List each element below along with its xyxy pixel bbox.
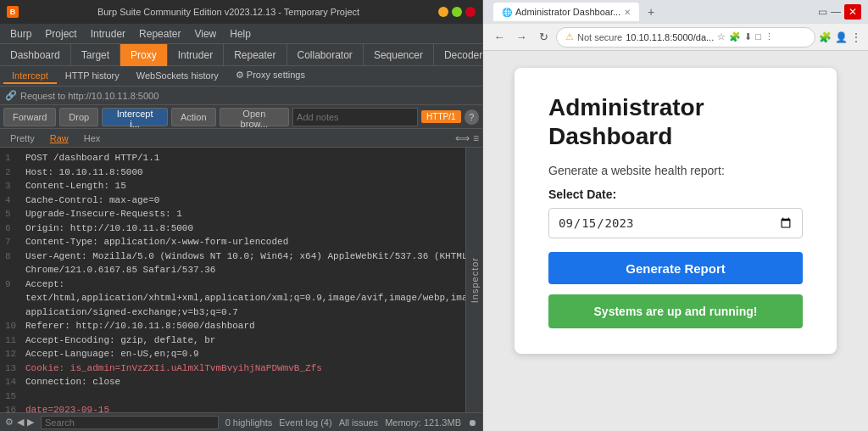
code-section: 1POST /dashboard HTTP/1.1 2Host: 10.10.1… [0,148,465,412]
proxy-tab-bar: Intercept HTTP history WebSockets histor… [0,66,482,87]
add-notes-input[interactable] [292,108,418,126]
view-hex[interactable]: Hex [77,132,108,144]
back-button[interactable]: ← [490,28,509,47]
page-subtitle: Generate a website health report: [548,164,803,177]
inspector-panel[interactable]: Inspector [465,148,482,412]
browser-content: Administrator Dashboard Generate a websi… [483,51,868,431]
restore-icon[interactable]: ▭ [818,6,827,18]
burp-title: Burp Suite Community Edition v2023.12.13… [25,7,431,17]
tab-dashboard[interactable]: Dashboard [0,44,71,66]
more-toolbar-icon[interactable]: ⋮ [851,31,861,43]
tab-proxy-settings[interactable]: ⚙ Proxy settings [227,68,314,84]
settings-icon[interactable]: ⚙ [5,417,14,428]
intercept-button[interactable]: Intercept i... [102,108,168,126]
code-line-13: 13Cookie: is_admin=InVzZXIi.uAlmXlTvmBvy… [5,361,460,376]
code-line-16: 16date=2023-09-15 [5,403,460,412]
help-button[interactable]: ? [465,109,479,125]
code-line-7: 7Content-Type: application/x-www-form-ur… [5,235,460,249]
tab-intruder[interactable]: Intruder [168,44,224,66]
status-icons: ⚙ ◀ ▶ [5,417,34,428]
link-icon: 🔗 [5,90,17,101]
new-tab-button[interactable]: + [643,3,659,20]
word-wrap-icon[interactable]: ⟺ [455,132,470,144]
status-bar: ⚙ ◀ ▶ 0 highlights Event log (4) All iss… [0,412,482,431]
action-button[interactable]: Action [171,108,216,126]
menu-repeater[interactable]: Repeater [132,26,187,42]
profile-toolbar-icon[interactable]: 👤 [835,31,848,43]
forward-button[interactable]: Forward [3,108,56,126]
browser-tab-active[interactable]: 🌐 Administrator Dashboar... ✕ [493,3,639,21]
menu-intruder[interactable]: Intruder [84,26,132,42]
browser-menu-icons: 🧩 👤 ⋮ [819,31,861,43]
code-line-1: 1POST /dashboard HTTP/1.1 [5,151,460,165]
tab-collaborator[interactable]: Collaborator [287,44,364,66]
download-icon[interactable]: ⬇ [744,31,752,42]
menu-burp[interactable]: Burp [3,26,38,42]
security-warning-text: Not secure [577,32,622,42]
tab-proxy[interactable]: Proxy [120,44,168,66]
browser-tab-label: Administrator Dashboar... [515,7,620,17]
tab-close-icon[interactable]: ✕ [624,8,631,17]
bookmark-star-icon[interactable]: ☆ [717,31,726,42]
request-code-area[interactable]: 1POST /dashboard HTTP/1.1 2Host: 10.10.1… [0,148,465,412]
list-icon[interactable]: ≡ [473,132,479,144]
view-pretty[interactable]: Pretty [3,132,42,144]
address-action-icons: ☆ 🧩 ⬇ □ ⋮ [717,31,774,42]
event-log-label: Event log (4) [279,417,331,428]
browser-tabs-row: 🌐 Administrator Dashboar... ✕ + ▭ — ✕ [493,3,861,21]
date-input[interactable] [548,208,803,238]
menu-bar: Burp Project Intruder Repeater View Help [0,24,482,44]
code-line-3: 3Content-Length: 15 [5,179,460,193]
highlights-text: 0 highlights [225,417,273,428]
next-icon[interactable]: ▶ [27,417,34,428]
tab-repeater[interactable]: Repeater [224,44,287,66]
code-line-4: 4Cache-Control: max-age=0 [5,193,460,208]
close-button[interactable] [465,7,476,17]
open-browser-button[interactable]: Open brow... [220,108,290,126]
view-raw[interactable]: Raw [43,132,75,144]
profile-icon[interactable]: □ [755,31,761,42]
browser-minimize-icon[interactable]: — [831,6,841,18]
forward-nav-button[interactable]: → [512,28,531,47]
maximize-button[interactable] [452,7,462,17]
menu-help[interactable]: Help [223,26,258,42]
burp-logo: B [7,6,19,18]
code-line-6: 6Origin: http://10.10.11.8:5000 [5,221,460,236]
browser-title-bar: 🌐 Administrator Dashboar... ✕ + ▭ — ✕ [483,0,868,24]
extensions-icon[interactable]: 🧩 [729,31,741,42]
web-card: Administrator Dashboard Generate a websi… [515,68,837,354]
code-line-12: 12Accept-Language: en-US,en;q=0.9 [5,347,460,361]
menu-view[interactable]: View [187,26,223,42]
search-input[interactable] [41,416,219,429]
generate-report-button[interactable]: Generate Report [548,252,803,284]
minimize-button[interactable] [438,7,448,17]
all-issues-text[interactable]: All issues [339,417,378,428]
code-line-10: 10Referer: http://10.10.11.8:5000/dashbo… [5,319,460,333]
more-icon[interactable]: ⋮ [765,31,774,42]
tab-http-history[interactable]: HTTP history [57,69,128,84]
burp-panel: B Burp Suite Community Edition v2023.12.… [0,0,483,431]
browser-panel: 🌐 Administrator Dashboar... ✕ + ▭ — ✕ ← … [483,0,868,431]
tab-intercept[interactable]: Intercept [3,69,57,84]
extensions-toolbar-icon[interactable]: 🧩 [819,31,832,43]
browser-close-icon[interactable]: ✕ [844,4,861,20]
drop-button[interactable]: Drop [59,108,98,126]
recording-icon: ⏺ [468,417,477,428]
request-target-text: Request to http://10.10.11.8:5000 [20,91,159,101]
address-box[interactable]: ⚠ Not secure 10.10.11.8:5000/da... ☆ 🧩 ⬇… [556,27,815,48]
tab-target[interactable]: Target [71,44,120,66]
intercept-toolbar: Forward Drop Intercept i... Action Open … [0,105,482,129]
security-warning-icon: ⚠ [565,31,574,42]
request-target-bar: 🔗 Request to http://10.10.11.8:5000 [0,87,482,105]
refresh-button[interactable]: ↻ [534,28,553,47]
date-label: Select Date: [548,188,803,201]
prev-icon[interactable]: ◀ [17,417,24,428]
request-content-area: 1POST /dashboard HTTP/1.1 2Host: 10.10.1… [0,148,482,412]
code-line-8: 8User-Agent: Mozilla/5.0 (Windows NT 10.… [5,249,460,264]
status-green-bar: Systems are up and running! [548,294,803,328]
menu-project[interactable]: Project [38,26,83,42]
tab-sequencer[interactable]: Sequencer [364,44,434,66]
code-line-2: 2Host: 10.10.11.8:5000 [5,165,460,180]
tab-websockets-history[interactable]: WebSockets history [128,69,227,84]
event-log-text[interactable]: Event log (4) [279,417,331,428]
